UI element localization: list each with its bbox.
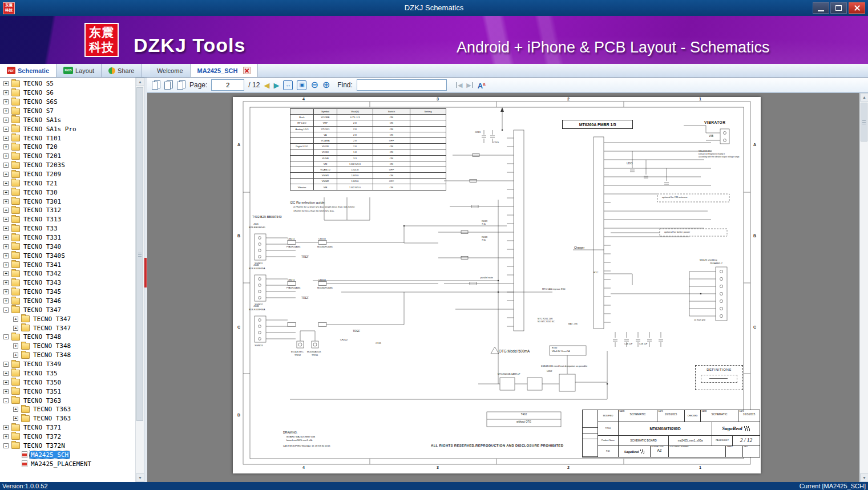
expand-icon[interactable]: + <box>3 172 9 177</box>
expand-icon[interactable]: + <box>3 163 9 168</box>
expand-icon[interactable]: + <box>3 181 9 186</box>
tree-item-tecno-t348[interactable]: +TECNO T348 <box>0 342 135 351</box>
close-button[interactable] <box>849 2 865 14</box>
splitter-handle[interactable] <box>144 258 147 287</box>
expand-icon[interactable]: + <box>13 317 18 322</box>
tree-item-tecno-t348[interactable]: +TECNO T348 <box>0 351 135 360</box>
tree-item-tecno-s7[interactable]: +TECNO S7 <box>0 107 135 116</box>
expand-icon[interactable]: + <box>3 99 9 104</box>
tree-item-tecno-t372n[interactable]: -TECNO T372N <box>0 441 135 450</box>
tab-schematic[interactable]: PDFSchematic <box>0 64 56 77</box>
tree-item-tecno-t343[interactable]: +TECNO T343 <box>0 278 135 287</box>
expand-icon[interactable]: + <box>3 127 9 132</box>
document-scrollbar[interactable]: ▲ ▼ <box>859 93 868 482</box>
expand-icon[interactable]: + <box>3 244 9 249</box>
tree-item-tecno-t101[interactable]: +TECNO T101 <box>0 133 135 143</box>
expand-icon[interactable]: + <box>3 226 9 231</box>
sidebar-scrollbar-thumb[interactable] <box>136 87 143 421</box>
tree-item-tecno-t20[interactable]: +TECNO T20 <box>0 143 135 152</box>
expand-icon[interactable]: + <box>13 326 18 331</box>
pages-icon-2[interactable] <box>164 80 173 90</box>
tree-item-tecno-t203s[interactable]: +TECNO T203S <box>0 161 135 170</box>
scroll-down-icon[interactable]: ▼ <box>860 473 868 482</box>
tab-share[interactable]: Share <box>102 64 142 77</box>
expand-icon[interactable]: + <box>3 271 9 276</box>
tree-item-tecno-t201[interactable]: +TECNO T201 <box>0 152 135 161</box>
search-previous-icon[interactable]: ◀ <box>455 82 462 89</box>
tree-item-tecno-s6s[interactable]: +TECNO S6S <box>0 98 135 107</box>
tree-item-tecno-t351[interactable]: +TECNO T351 <box>0 387 135 396</box>
expand-icon[interactable]: + <box>3 389 9 394</box>
previous-page-icon[interactable]: ◀ <box>264 82 269 89</box>
tree-item-tecno-t33[interactable]: +TECNO T33 <box>0 224 135 233</box>
tree-item-ma2425-sch[interactable]: MA2425_SCH <box>0 450 135 459</box>
expand-icon[interactable]: + <box>3 362 9 367</box>
close-tab-icon[interactable] <box>243 67 251 74</box>
tree-item-tecno-t347[interactable]: +TECNO T347 <box>0 323 135 333</box>
tree-item-tecno-t30[interactable]: +TECNO T30 <box>0 188 135 197</box>
minimize-button[interactable] <box>813 2 829 14</box>
tree-item-tecno-t346[interactable]: +TECNO T346 <box>0 297 135 306</box>
expand-icon[interactable]: + <box>13 343 18 349</box>
find-input[interactable] <box>357 79 447 91</box>
collapse-icon[interactable]: - <box>3 398 9 403</box>
zoom-out-icon[interactable]: ⊖ <box>310 80 318 90</box>
scroll-down-icon[interactable]: ▼ <box>136 473 144 482</box>
tree-item-tecno-t331[interactable]: +TECNO T331 <box>0 233 135 242</box>
tree-item-tecno-t345[interactable]: +TECNO T345 <box>0 287 135 297</box>
tab-layout[interactable]: PADSLayout <box>56 64 102 77</box>
tree-item-tecno-s5[interactable]: +TECNO S5 <box>0 79 135 88</box>
collapse-icon[interactable]: - <box>3 443 9 448</box>
tree-item-tecno-t341[interactable]: +TECNO T341 <box>0 260 135 269</box>
tree-item-tecno-sa1s-pro[interactable]: +TECNO SA1s Pro <box>0 124 135 133</box>
expand-icon[interactable]: + <box>3 253 9 258</box>
expand-icon[interactable]: + <box>3 425 9 430</box>
next-page-icon[interactable]: ▶ <box>273 82 279 89</box>
expand-icon[interactable]: + <box>3 199 9 204</box>
zoom-in-icon[interactable]: ⊕ <box>322 80 330 90</box>
sidebar-scrollbar[interactable]: ▲ ▼ <box>135 78 144 482</box>
tree-item-tecno-t312[interactable]: +TECNO T312 <box>0 206 135 215</box>
tree-item-tecno-t347[interactable]: -TECNO T347 <box>0 305 135 314</box>
scroll-up-icon[interactable]: ▲ <box>860 93 868 102</box>
expand-icon[interactable]: + <box>3 289 9 294</box>
expand-icon[interactable]: + <box>3 262 9 268</box>
expand-icon[interactable]: + <box>13 353 18 358</box>
document-viewport[interactable]: SymbolVout(V)SwitchSettingBuckVCORE0.7V~… <box>147 93 859 482</box>
expand-icon[interactable]: + <box>3 90 9 95</box>
expand-icon[interactable]: + <box>3 217 9 222</box>
tree-item-tecno-t363[interactable]: +TECNO T363 <box>0 405 135 414</box>
fit-page-icon[interactable]: ▣ <box>297 80 306 90</box>
tree-item-tecno-t340s[interactable]: +TECNO T340S <box>0 251 135 260</box>
tree-item-tecno-t209[interactable]: +TECNO T209 <box>0 170 135 179</box>
expand-icon[interactable]: + <box>3 190 9 195</box>
tree-item-ma2425-placement[interactable]: MA2425_PLACEMENT <box>0 459 135 468</box>
expand-icon[interactable]: + <box>3 208 9 213</box>
tree-item-tecno-t301[interactable]: +TECNO T301 <box>0 197 135 206</box>
tree-item-tecno-s6[interactable]: +TECNO S6 <box>0 88 135 98</box>
tree-item-tecno-t363[interactable]: -TECNO T363 <box>0 396 135 405</box>
expand-icon[interactable]: + <box>3 380 9 385</box>
tree-item-tecno-t371[interactable]: +TECNO T371 <box>0 423 135 432</box>
expand-icon[interactable]: + <box>3 144 9 149</box>
tree-item-tecno-sa1s[interactable]: +TECNO SA1s <box>0 115 135 124</box>
tree-item-tecno-t363[interactable]: +TECNO T363 <box>0 414 135 423</box>
tree-item-tecno-t342[interactable]: +TECNO T342 <box>0 269 135 278</box>
expand-icon[interactable]: + <box>3 153 9 159</box>
doc-tab-ma2425_sch[interactable]: MA2425_SCH <box>191 64 259 77</box>
tree-item-tecno-t348[interactable]: -TECNO T348 <box>0 333 135 342</box>
expand-icon[interactable]: + <box>3 280 9 285</box>
maximize-button[interactable] <box>830 2 847 14</box>
pages-icon-3[interactable] <box>177 80 185 90</box>
tree-item-tecno-t372[interactable]: +TECNO T372 <box>0 432 135 442</box>
tree-item-tecno-t313[interactable]: +TECNO T313 <box>0 215 135 224</box>
tree-item-tecno-t349[interactable]: +TECNO T349 <box>0 360 135 369</box>
expand-icon[interactable]: + <box>3 434 9 439</box>
doc-tab-welcome[interactable]: Welcome <box>150 64 191 77</box>
tree-item-tecno-t350[interactable]: +TECNO T350 <box>0 378 135 387</box>
expand-icon[interactable]: + <box>3 81 9 86</box>
expand-icon[interactable]: + <box>3 108 9 114</box>
tree-item-tecno-t35[interactable]: +TECNO T35 <box>0 369 135 378</box>
page-number-input[interactable] <box>211 79 244 91</box>
expand-icon[interactable]: + <box>3 136 9 141</box>
